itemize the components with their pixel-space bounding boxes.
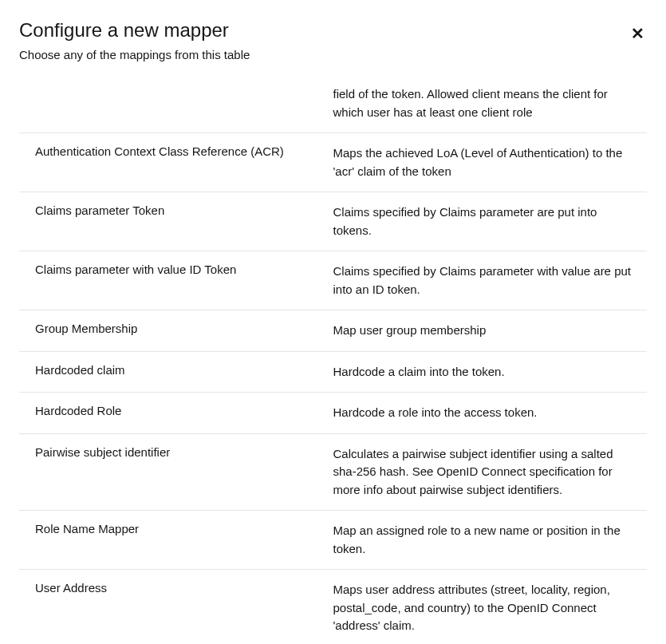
mapping-name-cell: Pairwise subject identifier	[19, 433, 333, 511]
mapping-desc-cell: Map user group membership	[333, 310, 648, 352]
close-button[interactable]: ✕	[628, 24, 647, 43]
table-row[interactable]: Pairwise subject identifierCalculates a …	[19, 433, 647, 511]
table-row[interactable]: Authentication Context Class Reference (…	[19, 133, 647, 192]
table-row[interactable]: Group MembershipMap user group membershi…	[19, 310, 647, 352]
mapping-name-cell: Authentication Context Class Reference (…	[19, 133, 333, 192]
mapping-desc-cell: Hardcode a role into the access token.	[333, 393, 648, 434]
modal-body[interactable]: field of the token. Allowed client means…	[0, 74, 666, 644]
table-row[interactable]: Hardcoded RoleHardcode a role into the a…	[19, 393, 647, 434]
table-row[interactable]: User AddressMaps user address attributes…	[19, 570, 647, 645]
mapping-table: field of the token. Allowed client means…	[19, 74, 647, 644]
mapping-desc-cell: Maps user address attributes (street, lo…	[333, 570, 648, 645]
table-row[interactable]: Claims parameter TokenClaims specified b…	[19, 192, 647, 251]
mapping-desc-cell: field of the token. Allowed client means…	[333, 74, 648, 133]
table-row[interactable]: Hardcoded claimHardcode a claim into the…	[19, 351, 647, 393]
mapping-name-cell: Claims parameter with value ID Token	[19, 251, 333, 310]
mapping-name-cell: Hardcoded Role	[19, 393, 333, 434]
modal-title: Configure a new mapper	[19, 19, 647, 41]
mapping-name-cell	[19, 74, 333, 133]
mapper-config-modal: Configure a new mapper Choose any of the…	[0, 0, 666, 644]
mapping-name-cell: Hardcoded claim	[19, 351, 333, 393]
modal-header: Configure a new mapper Choose any of the…	[0, 0, 666, 74]
table-row[interactable]: Claims parameter with value ID TokenClai…	[19, 251, 647, 310]
mapping-name-cell: Role Name Mapper	[19, 511, 333, 570]
table-row[interactable]: Role Name MapperMap an assigned role to …	[19, 511, 647, 570]
mapping-name-cell: User Address	[19, 570, 333, 645]
modal-subtitle: Choose any of the mappings from this tab…	[19, 48, 647, 61]
mapping-desc-cell: Maps the achieved LoA (Level of Authenti…	[333, 133, 648, 192]
mapping-desc-cell: Claims specified by Claims parameter are…	[333, 192, 648, 251]
mapping-desc-cell: Calculates a pairwise subject identifier…	[333, 433, 648, 511]
mapping-desc-cell: Map an assigned role to a new name or po…	[333, 511, 648, 570]
mapping-name-cell: Group Membership	[19, 310, 333, 352]
table-row[interactable]: field of the token. Allowed client means…	[19, 74, 647, 133]
mapping-desc-cell: Hardcode a claim into the token.	[333, 351, 648, 393]
mapping-desc-cell: Claims specified by Claims parameter wit…	[333, 251, 648, 310]
mapping-name-cell: Claims parameter Token	[19, 192, 333, 251]
close-icon: ✕	[631, 24, 644, 43]
